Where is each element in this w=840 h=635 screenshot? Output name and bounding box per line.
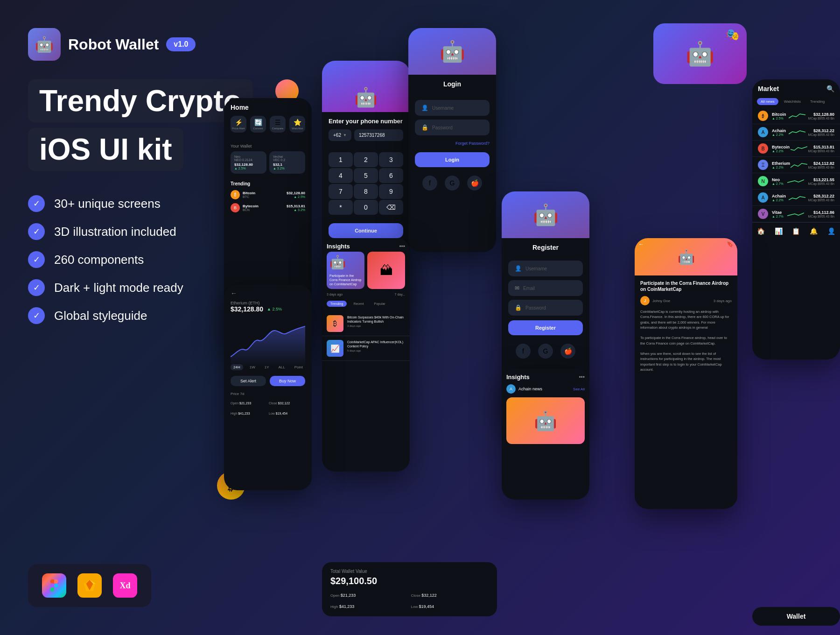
detail-author: Johny Doe: [652, 299, 670, 303]
buy-now-button[interactable]: Buy Now: [270, 376, 305, 386]
register-button[interactable]: Register: [508, 320, 583, 335]
check-icon-4: ✓: [28, 279, 45, 296]
check-icon-5: ✓: [28, 307, 45, 324]
key-9[interactable]: 9: [379, 184, 403, 199]
key-8[interactable]: 8: [354, 184, 378, 199]
key-star[interactable]: *: [329, 200, 353, 215]
key-3[interactable]: 3: [379, 152, 403, 167]
key-1[interactable]: 1: [329, 152, 353, 167]
facebook-login[interactable]: f: [422, 176, 437, 190]
phone-login-screen: 🤖 Login 👤 Username 🔒 Password Forget Pas…: [408, 28, 496, 252]
key-5[interactable]: 5: [354, 168, 378, 183]
news-item-2: 📈 CoinMarketCap APAC Influencer(KOL) Con…: [322, 336, 410, 361]
market-filter-tabs: All news Watchlists Trending: [752, 95, 840, 108]
chart-price: $32,128.80: [231, 305, 263, 313]
search-icon-market[interactable]: 🔍: [826, 85, 834, 92]
key-4[interactable]: 4: [329, 168, 353, 183]
market-row-btc: ₿ Bitcoin▲ 2.5% $32,128.80MCap:$955.43 B…: [752, 108, 840, 124]
phones-area: 🤖 🎭 Home ⚡ Price Alert 🔄 Convert ☰ Compa…: [224, 14, 840, 635]
set-alert-button[interactable]: Set Alert: [231, 376, 266, 386]
apple-login[interactable]: 🍎: [467, 176, 482, 190]
tab-recent[interactable]: Recent: [350, 301, 367, 307]
market-row-vitae: V Vitae▲ 2.7% $14,112.86MCap:$955.43 Bn: [752, 206, 840, 222]
chart-change: ▲ 2.5%: [267, 307, 282, 311]
home-icon-convert[interactable]: 🔄 Convert: [250, 116, 266, 133]
market-row-achain1: A Achain▲ 2.2% $28,312.22MCap:$955.43 Bn: [752, 124, 840, 141]
xd-icon: Xd: [113, 573, 137, 598]
wallet-card-neo: Neo NEO 0.2124 $32,128.80 ▲ 2.5%: [231, 151, 266, 174]
crypto-row-byte: B Bytecoin BCN $15,313.81 ▲ 3.2%: [231, 203, 305, 212]
login-title: Login: [415, 80, 490, 88]
register-title: Register: [508, 244, 583, 251]
tab-watchlists[interactable]: Watchlists: [780, 98, 805, 105]
see-all-link[interactable]: See All: [573, 387, 585, 391]
reg-password-field[interactable]: 🔒 Password: [508, 300, 583, 316]
market-title: Market: [758, 85, 779, 92]
phone-chart-screen: ← Etherium (ETH) $32,128.80 ▲ 2.5%: [224, 285, 312, 490]
login-button[interactable]: Login: [415, 152, 490, 167]
username-field[interactable]: 👤 Username: [415, 100, 490, 116]
detail-time: 3 days ago: [714, 299, 732, 303]
reg-email-field[interactable]: ✉ Email: [508, 280, 583, 296]
password-field[interactable]: 🔒 Password: [415, 120, 490, 135]
sketch-icon: [77, 573, 102, 598]
tw-close: $32,122: [421, 593, 437, 598]
google-login[interactable]: G: [445, 176, 460, 190]
bookmark-icon[interactable]: 🔖: [727, 241, 734, 247]
logo-emoji: 🤖: [35, 35, 54, 53]
tw-open: $21,233: [341, 593, 356, 598]
detail-back[interactable]: ←: [638, 241, 644, 247]
feature-text-3: 260 components: [54, 253, 144, 267]
market-row-bytecoin: B Bytecoin▲ 2.2% $15,313.81MCap:$993.43 …: [752, 141, 840, 157]
chart-area: [224, 315, 312, 361]
phone-number-title: Enter your phone number: [329, 118, 403, 125]
key-2[interactable]: 2: [354, 152, 378, 167]
country-code[interactable]: +62 ▼: [329, 129, 351, 141]
phone-market-screen: Market 🔍 All news Watchlists Trending ₿ …: [752, 79, 840, 360]
wallet-card-vechai: Vechai VEC 0.2 $32,1 ▲ 3.2%: [269, 151, 305, 174]
phone-insight-detail: 🤖 ← 🔖 Participate in the Corra Finance A…: [635, 238, 737, 509]
reg-username-field[interactable]: 👤 Username: [508, 261, 583, 276]
total-wallet-block: Total Wallet Value $29,100.50 Open $21,2…: [322, 562, 497, 616]
brand-name: Robot Wallet: [68, 36, 159, 53]
trending-label: Trending: [231, 181, 305, 186]
chart-coin-name: Etherium (ETH): [231, 301, 305, 305]
check-icon-2: ✓: [28, 223, 45, 240]
reg-google[interactable]: G: [538, 344, 553, 359]
tab-trending[interactable]: Trending: [806, 98, 828, 105]
back-arrow-chart[interactable]: ←: [231, 289, 237, 297]
home-icon-compare[interactable]: ☰ Compare: [270, 116, 286, 133]
tw-low: $19,454: [419, 604, 434, 609]
insights-bottom-more[interactable]: •••: [579, 374, 585, 381]
figma-icon: [42, 573, 66, 598]
home-icon-watchlist[interactable]: ⭐ Watchlist: [289, 116, 305, 133]
wallet-bottom-screen: Wallet: [752, 607, 840, 626]
reg-apple[interactable]: 🍎: [560, 344, 575, 359]
tab-trending[interactable]: Trending: [327, 301, 347, 307]
detail-body: CoinMarketCap is currently hosting an ai…: [640, 309, 732, 372]
key-7[interactable]: 7: [329, 184, 353, 199]
key-0[interactable]: 0: [354, 200, 378, 215]
tools-bar: Xd: [28, 564, 151, 607]
feature-text-5: Global styleguide: [54, 309, 147, 323]
news-item-1: ₿ Bitcoin Surpasses $40k With On-Chain I…: [322, 311, 410, 336]
market-row-achain2: A Achain▲ 2.2% $28,312.22MCap:$955.43 Bn: [752, 190, 840, 206]
title-block-1: Trendy Crypto: [28, 79, 253, 122]
insights-more-icon[interactable]: •••: [399, 243, 405, 250]
tab-popular[interactable]: Popular: [371, 301, 389, 307]
continue-button[interactable]: Continue: [329, 223, 403, 238]
key-6[interactable]: 6: [379, 168, 403, 183]
robot-logo: 🤖: [28, 28, 61, 61]
home-icon-price-alert[interactable]: ⚡ Price Alert: [231, 116, 246, 133]
check-icon-3: ✓: [28, 251, 45, 268]
forgot-password[interactable]: Forget Password?: [455, 141, 490, 146]
title-line1: Trendy Crypto: [39, 86, 242, 116]
key-del[interactable]: ⌫: [379, 200, 403, 215]
numpad: 1 2 3 4 5 6 7 8 9 * 0 ⌫: [322, 148, 410, 219]
tw-high: $41,233: [339, 604, 355, 609]
phone-number-input[interactable]: 1257317268: [354, 129, 403, 141]
reg-facebook[interactable]: f: [516, 344, 531, 359]
feature-text-1: 30+ unique screens: [54, 197, 161, 211]
phone-insights-bottom: Insights ••• A Achain news See All 🤖: [502, 369, 589, 500]
tab-all-news[interactable]: All news: [757, 98, 778, 105]
